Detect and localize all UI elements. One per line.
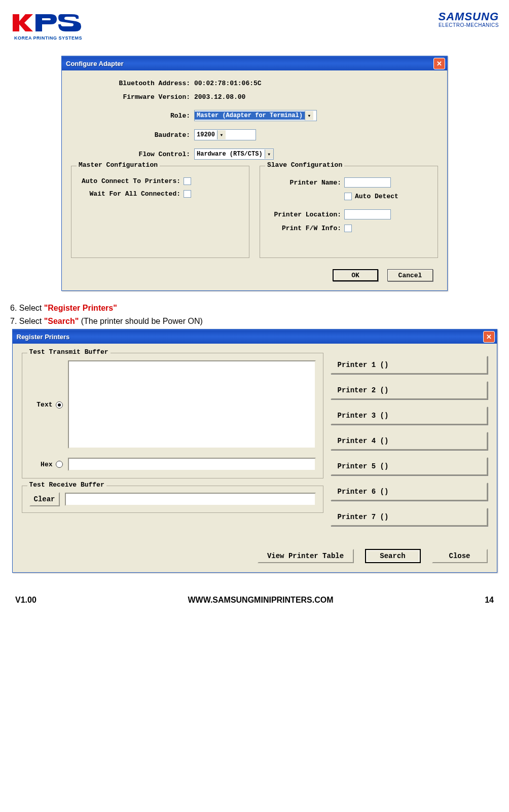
- step-6-instruction: 6. Select "Register Printers": [10, 304, 499, 313]
- firmware-version-label: Firmware Version:: [71, 93, 194, 101]
- baudrate-label: Baudrate:: [71, 131, 194, 139]
- samsung-subtitle: ELECTRO-MECHANICS: [439, 22, 499, 28]
- wait-all-label: Wait For All Connected:: [77, 190, 184, 198]
- firmware-version-value: 2003.12.08.00: [194, 93, 245, 101]
- search-button[interactable]: Search: [365, 549, 421, 563]
- printer-name-input[interactable]: [344, 177, 391, 188]
- printer-3-button[interactable]: Printer 3 (): [331, 407, 488, 425]
- print-fw-label: Print F/W Info:: [265, 225, 344, 232]
- close-button[interactable]: Close: [432, 549, 488, 563]
- role-label: Role:: [71, 112, 194, 120]
- dialog-title: Configure Adapter: [66, 60, 124, 67]
- kps-tagline: KOREA PRINTING SYSTEMS: [14, 35, 82, 41]
- page-footer: V1.00 WWW.SAMSUNGMINIPRINTERS.COM 14: [10, 585, 499, 610]
- test-transmit-legend: Test Transmit Buffer: [27, 348, 111, 356]
- text-transmit-textarea[interactable]: [68, 360, 316, 449]
- ok-button[interactable]: OK: [333, 269, 378, 281]
- hex-transmit-input[interactable]: [68, 458, 316, 471]
- bluetooth-address-value: 00:02:78:01:06:5C: [194, 80, 262, 87]
- flow-control-select-value: Hardware (RTS/CTS): [195, 150, 265, 158]
- chevron-down-icon: ▼: [305, 111, 313, 120]
- baudrate-select-value: 19200: [195, 131, 217, 139]
- cancel-button[interactable]: Cancel: [387, 269, 433, 281]
- printer-5-button[interactable]: Printer 5 (): [331, 457, 488, 475]
- close-icon[interactable]: ✕: [433, 58, 445, 69]
- view-printer-table-button[interactable]: View Printer Table: [258, 549, 354, 563]
- test-receive-fieldset: Test Receive Buffer Clear: [22, 486, 323, 513]
- printer-2-button[interactable]: Printer 2 (): [331, 381, 488, 399]
- wait-all-checkbox[interactable]: [184, 190, 191, 198]
- clear-button[interactable]: Clear: [29, 492, 60, 506]
- flow-control-select[interactable]: Hardware (RTS/CTS) ▼: [194, 149, 274, 160]
- step-7-instruction: 7. Select "Search" (The printer should b…: [10, 317, 499, 326]
- slave-config-fieldset: Slave Configuration Printer Name: Auto D…: [260, 166, 438, 258]
- printer-location-label: Printer Location:: [265, 211, 344, 218]
- printer-4-button[interactable]: Printer 4 (): [331, 432, 488, 450]
- register-printers-dialog: Register Printers ✕ Test Transmit Buffer…: [12, 329, 497, 573]
- printer-name-label: Printer Name:: [265, 179, 344, 187]
- text-radio-label: Text: [27, 401, 53, 409]
- register-printers-text: "Register Printers": [44, 304, 117, 312]
- printer-6-button[interactable]: Printer 6 (): [331, 483, 488, 501]
- samsung-wordmark: SAMSUNG: [439, 10, 499, 23]
- text-radio[interactable]: [56, 401, 63, 409]
- dialog-title: Register Printers: [17, 333, 70, 341]
- chevron-down-icon: ▼: [265, 150, 273, 159]
- baudrate-select[interactable]: 19200 ▼: [194, 129, 256, 140]
- slave-config-legend: Slave Configuration: [265, 161, 344, 169]
- auto-detect-label: Auto Detect: [355, 193, 398, 200]
- kps-logo: KOREA PRINTING SYSTEMS: [10, 10, 86, 41]
- auto-connect-checkbox[interactable]: [184, 177, 191, 185]
- printer-1-button[interactable]: Printer 1 (): [331, 356, 488, 374]
- role-select-value: Master (Adapter for Terminal): [195, 112, 305, 120]
- close-icon[interactable]: ✕: [483, 331, 495, 343]
- configure-adapter-dialog: Configure Adapter ✕ Bluetooth Address: 0…: [61, 56, 448, 291]
- bluetooth-address-label: Bluetooth Address:: [71, 80, 194, 87]
- footer-url: WWW.SAMSUNGMINIPRINTERS.COM: [188, 596, 333, 605]
- page-header: KOREA PRINTING SYSTEMS SAMSUNG ELECTRO-M…: [10, 10, 499, 41]
- titlebar[interactable]: Register Printers ✕: [13, 329, 497, 344]
- test-transmit-fieldset: Test Transmit Buffer Text Hex: [22, 353, 323, 478]
- samsung-logo: SAMSUNG ELECTRO-MECHANICS: [439, 10, 499, 28]
- page-number: 14: [485, 596, 494, 605]
- search-text: "Search": [44, 317, 79, 325]
- printer-list: Printer 1 () Printer 2 () Printer 3 () P…: [331, 353, 488, 526]
- auto-connect-label: Auto Connect To Printers:: [77, 177, 184, 185]
- hex-radio[interactable]: [56, 461, 63, 468]
- auto-detect-checkbox[interactable]: [344, 193, 352, 200]
- printer-7-button[interactable]: Printer 7 (): [331, 508, 488, 526]
- master-config-legend: Master Configuration: [77, 161, 160, 169]
- titlebar[interactable]: Configure Adapter ✕: [62, 56, 447, 70]
- hex-radio-label: Hex: [27, 461, 53, 468]
- flow-control-label: Flow Control:: [71, 151, 194, 158]
- master-config-fieldset: Master Configuration Auto Connect To Pri…: [71, 166, 249, 258]
- kps-logo-mark: [10, 10, 86, 35]
- chevron-down-icon: ▼: [217, 130, 226, 139]
- version-text: V1.00: [15, 596, 37, 605]
- printer-location-input[interactable]: [344, 209, 391, 219]
- receive-buffer-display: [65, 493, 316, 506]
- role-select[interactable]: Master (Adapter for Terminal) ▼: [194, 110, 317, 121]
- test-receive-legend: Test Receive Buffer: [27, 481, 106, 489]
- print-fw-checkbox[interactable]: [344, 225, 352, 232]
